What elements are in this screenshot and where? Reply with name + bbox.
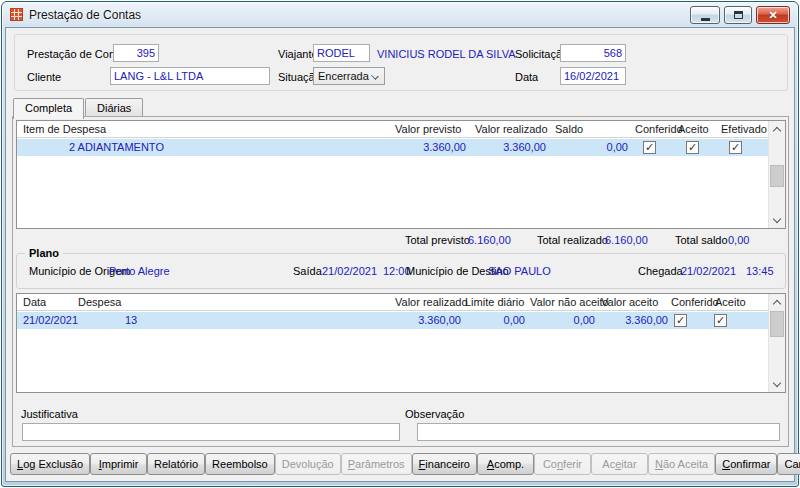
cell-valor-nao-aceito: 0,00 (515, 314, 595, 326)
maximize-icon (734, 11, 743, 19)
log-exclusao-button[interactable]: Log Exclusão (10, 453, 90, 475)
minimize-button[interactable] (690, 6, 720, 24)
plano-title: Plano (25, 247, 63, 259)
conferido-checkbox[interactable] (643, 141, 656, 154)
destino-value: SAO PAULO (488, 265, 551, 277)
tab-strip: Completa Diárias (13, 98, 144, 117)
scroll-up-icon[interactable] (769, 294, 785, 310)
col-conferido[interactable]: Conferido (635, 123, 683, 135)
aceito-checkbox[interactable] (686, 141, 699, 154)
viajante-name-text: VINICIUS RODEL DA SILVA (377, 48, 516, 60)
maximize-button[interactable] (724, 6, 752, 24)
col-efetivado[interactable]: Efetivado (721, 123, 767, 135)
saida-date: 21/02/2021 (322, 265, 377, 277)
observacao-label: Observação (405, 408, 464, 420)
expense-grid-header: Item de Despesa Valor previsto Valor rea… (17, 121, 768, 138)
col-conferido[interactable]: Conferido (671, 296, 719, 308)
situacao-selected-value: Encerrada (318, 70, 369, 82)
cell-valor-previsto: 3.360,00 (386, 141, 466, 153)
data-input[interactable] (560, 67, 626, 85)
total-realizado-value: 6.160,00 (605, 234, 648, 246)
reembolso-button[interactable]: Reembolso (205, 453, 275, 475)
client-area: Prestação de Contas Viajante VINICIUS RO… (5, 27, 795, 482)
observacao-input[interactable] (417, 423, 780, 441)
chevron-down-icon (371, 72, 379, 80)
chegada-time: 13:45 (746, 265, 774, 277)
origem-value: Porto Alegre (109, 265, 170, 277)
aceitar-button: Aceitar (591, 453, 648, 475)
confirmar-button[interactable]: Confirmar (715, 453, 777, 475)
relatorio-button[interactable]: Relatório (147, 453, 205, 475)
app-icon (10, 8, 23, 21)
daily-grid-scrollbar[interactable] (768, 294, 785, 392)
scrollbar-thumb[interactable] (770, 311, 784, 337)
acomp-button[interactable]: Acomp. (477, 453, 534, 475)
col-valor-realizado[interactable]: Valor realizado (395, 296, 468, 308)
scroll-down-icon[interactable] (769, 212, 785, 228)
scrollbar-thumb[interactable] (770, 165, 784, 187)
conferir-button: Conferir (534, 453, 591, 475)
tab-diarias[interactable]: Diárias (85, 98, 143, 117)
daily-table-row[interactable]: 21/02/2021 13 3.360,00 0,00 0,00 3.360,0… (17, 312, 769, 329)
total-previsto-value: 6.160,00 (468, 234, 511, 246)
scroll-down-icon[interactable] (769, 376, 785, 392)
col-aceito[interactable]: Aceito (715, 296, 746, 308)
conferido-checkbox[interactable] (674, 314, 687, 327)
nao-aceita-button: Não Aceita (648, 453, 715, 475)
efetivado-checkbox[interactable] (729, 141, 742, 154)
col-valor-nao-aceito[interactable]: Valor não aceito (530, 296, 609, 308)
solicitacao-input[interactable] (560, 44, 626, 62)
parametros-button: Parâmetros (341, 453, 412, 475)
cell-data: 21/02/2021 (23, 314, 78, 326)
col-valor-previsto[interactable]: Valor previsto (395, 123, 461, 135)
total-saldo-label: Total saldo (675, 234, 728, 246)
scroll-up-icon[interactable] (769, 121, 785, 137)
col-aceito[interactable]: Aceito (678, 123, 709, 135)
header-fields-groupbox: Prestação de Contas Viajante VINICIUS RO… (14, 34, 788, 91)
close-icon: ✕ (768, 10, 777, 21)
col-limite-diario[interactable]: Limite diário (465, 296, 524, 308)
cell-despesa: 13 (125, 314, 137, 326)
titlebar[interactable]: Prestação de Contas ✕ (2, 2, 798, 27)
close-button[interactable]: ✕ (756, 6, 790, 24)
daily-grid-header: Data Despesa Valor realizado Limite diár… (17, 294, 768, 311)
expense-table-row[interactable]: 2 ADIANTAMENTO 3.360,00 3.360,00 0,00 (17, 139, 769, 156)
viajante-label: Viajante (278, 48, 318, 60)
col-valor-realizado[interactable]: Valor realizado (475, 123, 548, 135)
col-data[interactable]: Data (23, 296, 46, 308)
total-realizado-label: Total realizado (537, 234, 608, 246)
col-valor-aceito[interactable]: Valor aceito (601, 296, 658, 308)
col-item-de-despesa[interactable]: Item de Despesa (23, 123, 106, 135)
prestacao-input[interactable] (113, 44, 159, 62)
total-saldo-value: 0,00 (728, 234, 749, 246)
col-saldo[interactable]: Saldo (555, 123, 583, 135)
cell-valor-realizado: 3.360,00 (466, 141, 546, 153)
plano-groupbox: Plano Município de Origem Porto Alegre S… (16, 253, 786, 289)
justificativa-input[interactable] (22, 423, 400, 441)
chegada-date: 21/02/2021 (681, 265, 736, 277)
col-despesa[interactable]: Despesa (78, 296, 121, 308)
cliente-label: Cliente (27, 71, 61, 83)
window-prestacao-de-contas: Prestação de Contas ✕ Prestação de Conta… (1, 1, 799, 487)
aceito-checkbox[interactable] (714, 314, 727, 327)
cell-item: 2 ADIANTAMENTO (69, 141, 164, 153)
data-label: Data (515, 71, 538, 83)
cancelar-button[interactable]: Cancelar (777, 453, 800, 475)
saida-label: Saída (293, 265, 322, 277)
expense-grid-scrollbar[interactable] (768, 121, 785, 228)
financeiro-button[interactable]: Financeiro (412, 453, 477, 475)
minimize-icon (701, 18, 710, 21)
total-previsto-label: Total previsto (405, 234, 470, 246)
tab-completa[interactable]: Completa (13, 98, 84, 119)
tab-page-completa: Item de Despesa Valor previsto Valor rea… (12, 116, 789, 447)
situacao-select[interactable]: Encerrada (313, 67, 385, 85)
viajante-code-input[interactable] (313, 44, 370, 62)
justificativa-label: Justificativa (21, 408, 78, 420)
imprimir-button[interactable]: Imprimir (90, 453, 147, 475)
caption-buttons: ✕ (690, 6, 790, 24)
cliente-input[interactable] (110, 67, 270, 85)
cell-limite-diario: 0,00 (445, 314, 525, 326)
cell-valor-aceito: 3.360,00 (588, 314, 668, 326)
daily-grid: Data Despesa Valor realizado Limite diár… (16, 293, 786, 393)
chegada-label: Chegada (638, 265, 683, 277)
